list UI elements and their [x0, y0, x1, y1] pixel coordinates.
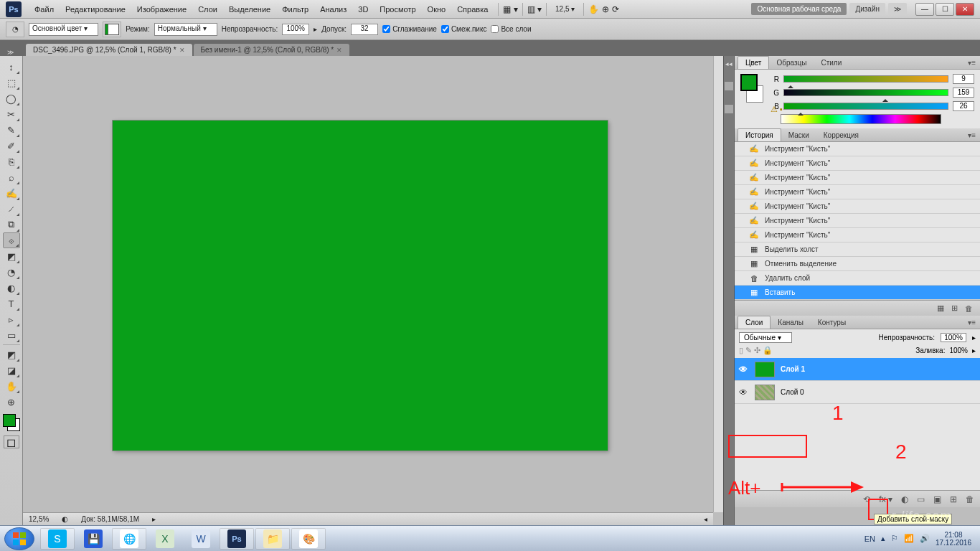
eyedropper-tool[interactable]: ✐ — [3, 138, 20, 154]
window-minimize[interactable]: — — [915, 3, 934, 16]
document-tab-active[interactable]: DSC_3496.JPG @ 12,5% (Слой 1, RGB/8) *✕ — [26, 44, 192, 56]
tray-network-icon[interactable]: 📶 — [904, 534, 914, 543]
dock-icon[interactable] — [725, 82, 733, 90]
menu-3d[interactable]: 3D — [352, 2, 374, 17]
zoom-indicator[interactable]: 12,5 ▾ — [551, 5, 579, 13]
blend-mode-select[interactable]: Обычные ▾ — [739, 332, 792, 343]
close-tab-icon[interactable]: ✕ — [336, 47, 342, 54]
tab-swatches[interactable]: Образцы — [769, 57, 814, 69]
zoom-tool[interactable]: ⊕ — [3, 394, 20, 410]
scroll-left[interactable]: ◂ — [704, 515, 707, 523]
menu-select[interactable]: Выделение — [223, 2, 276, 17]
rotate-icon[interactable]: ⟳ — [612, 4, 619, 14]
screen-mode-icon[interactable]: ▦ ▾ — [503, 4, 517, 14]
menu-analysis[interactable]: Анализ — [314, 2, 352, 17]
foreground-color-swatch[interactable] — [3, 414, 16, 427]
layers-footer-mask[interactable]: ◐ — [901, 494, 908, 504]
layers-footer-fx[interactable]: fx ▾ — [879, 494, 892, 504]
contiguous-checkbox[interactable]: Смеж.пикс — [441, 25, 487, 33]
lasso-tool[interactable]: ◯ — [3, 90, 20, 106]
layer-row[interactable]: 👁 Слой 1 — [735, 358, 980, 381]
history-item[interactable]: ✍Инструмент "Кисть" — [735, 199, 980, 214]
canvas[interactable] — [113, 121, 608, 451]
history-delete-icon[interactable]: 🗑 — [965, 304, 973, 313]
fill-flyout[interactable]: ▸ — [972, 347, 976, 354]
menu-help[interactable]: Справка — [451, 2, 494, 17]
doc-info-flyout[interactable]: ▸ — [152, 515, 156, 523]
hand-tool[interactable]: ✋ — [3, 378, 20, 394]
menu-view[interactable]: Просмотр — [374, 2, 421, 17]
panel-menu-icon[interactable]: ▾≡ — [963, 131, 980, 139]
menu-filter[interactable]: Фильтр — [276, 2, 314, 17]
color-value-input[interactable]: 9 — [953, 74, 974, 84]
task-explorer[interactable]: 📁 — [255, 528, 290, 550]
3d-tool[interactable]: ◩ — [3, 347, 20, 362]
path-select-tool[interactable]: ▹ — [3, 311, 20, 327]
history-new-icon[interactable]: ⊞ — [951, 303, 958, 313]
layer-fill-input[interactable]: 100% — [949, 347, 968, 354]
layer-thumbnail[interactable] — [755, 385, 775, 400]
antialias-checkbox[interactable]: Сглаживание — [382, 25, 437, 33]
menu-layer[interactable]: Слои — [192, 2, 223, 17]
tray-expand-icon[interactable]: ▴ — [881, 534, 885, 543]
opacity-flyout[interactable]: ▸ — [972, 334, 976, 342]
history-item[interactable]: 🗑Удалить слой — [735, 271, 980, 286]
dock-icon[interactable] — [725, 105, 733, 113]
workspace-secondary[interactable]: Дизайн — [849, 3, 885, 15]
start-button[interactable] — [4, 527, 34, 550]
menu-file[interactable]: Файл — [29, 2, 60, 17]
color-value-input[interactable]: 26 — [953, 101, 974, 111]
window-close[interactable]: ✕ — [956, 3, 974, 16]
quick-select-tool[interactable]: ✂ — [3, 106, 20, 122]
quick-mask-toggle[interactable]: ◻ — [4, 435, 19, 448]
color-value-input[interactable]: 159 — [953, 88, 974, 98]
pen-tool[interactable]: ◐ — [3, 280, 20, 296]
panel-menu-icon[interactable]: ▾≡ — [963, 59, 980, 67]
tolerance-input[interactable]: 32 — [351, 24, 378, 35]
workspace-primary[interactable]: Основная рабочая среда — [751, 3, 847, 15]
menu-image[interactable]: Изображение — [131, 2, 192, 17]
collapsed-dock[interactable]: ◂◂ — [723, 56, 735, 525]
layers-footer-group[interactable]: ▣ — [933, 494, 941, 504]
history-item[interactable]: ✍Инструмент "Кисть" — [735, 228, 980, 242]
history-item[interactable]: ▦Отменить выделение — [735, 257, 980, 271]
menu-window[interactable]: Окно — [422, 2, 452, 17]
tab-layers[interactable]: Слои — [738, 316, 771, 329]
arrange-icon[interactable]: ▥ ▾ — [527, 4, 542, 14]
eraser-tool[interactable]: ⧉ — [3, 217, 20, 232]
task-skype[interactable]: S — [40, 528, 75, 550]
layers-footer-link[interactable]: ⟲ — [863, 494, 870, 504]
panel-menu-icon[interactable]: ▾≡ — [963, 319, 980, 326]
tray-language[interactable]: EN — [864, 534, 875, 543]
tab-adjustments[interactable]: Коррекция — [816, 129, 866, 141]
history-brush-tool[interactable]: ⟋ — [3, 201, 20, 217]
opacity-input[interactable]: 100% — [282, 24, 309, 35]
layer-opacity-input[interactable]: 100% — [941, 333, 966, 342]
tray-flag-icon[interactable]: ⚐ — [891, 534, 898, 543]
close-tab-icon[interactable]: ✕ — [179, 47, 185, 54]
color-slider[interactable] — [783, 103, 948, 110]
layer-row[interactable]: 👁 Слой 0 — [735, 381, 980, 404]
gamut-warning-icon[interactable]: ⚠ ▪ — [771, 105, 783, 114]
menu-edit[interactable]: Редактирование — [60, 2, 131, 17]
color-swatch-large[interactable] — [740, 74, 763, 103]
document-tab-inactive[interactable]: Без имени-1 @ 12,5% (Слой 0, RGB/8) *✕ — [194, 44, 350, 56]
tab-paths[interactable]: Контуры — [811, 316, 853, 329]
window-maximize[interactable]: ☐ — [936, 3, 954, 16]
tab-channels[interactable]: Каналы — [771, 316, 811, 329]
task-excel[interactable]: X — [148, 528, 182, 550]
history-snapshot-icon[interactable]: ▦ — [937, 303, 944, 313]
scrollbar-vertical[interactable] — [713, 56, 723, 512]
layer-name[interactable]: Слой 1 — [781, 365, 805, 373]
blur-tool[interactable]: ◩ — [3, 248, 20, 264]
stamp-tool[interactable]: ✍ — [3, 185, 20, 201]
doctab-expand-icon[interactable]: ≫ — [7, 49, 14, 56]
lock-icons[interactable]: ▯ ✎ ✣ 🔒 — [739, 346, 773, 355]
task-photoshop[interactable]: Ps — [220, 528, 254, 550]
layer-thumbnail[interactable] — [755, 362, 775, 377]
task-chrome[interactable]: 🌐 — [112, 528, 146, 550]
task-paint[interactable]: 🎨 — [291, 528, 326, 550]
color-well[interactable] — [3, 414, 20, 431]
layer-visibility-icon[interactable]: 👁 — [739, 364, 749, 375]
history-item[interactable]: ▦Выделить холст — [735, 242, 980, 257]
